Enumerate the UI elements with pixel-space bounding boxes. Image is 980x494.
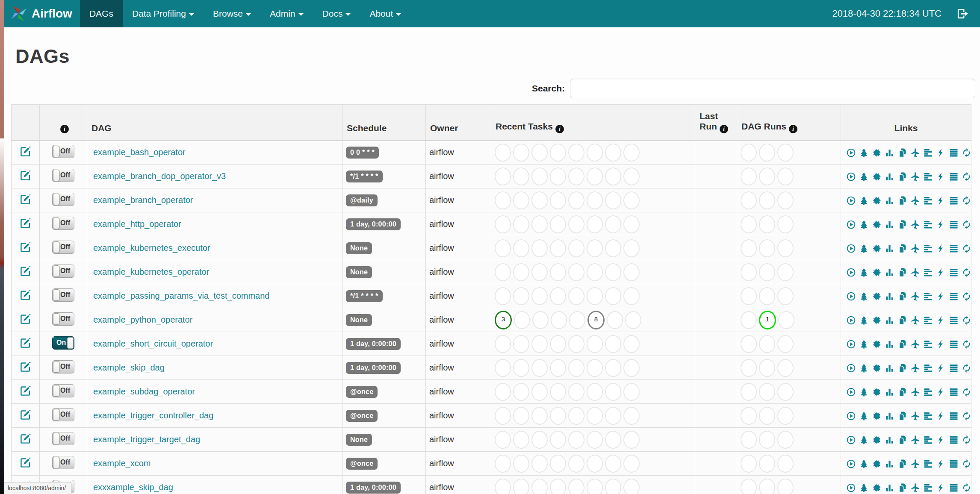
graph-view-icon[interactable] xyxy=(872,172,882,182)
recent-task-circle[interactable] xyxy=(513,168,529,185)
recent-task-circle[interactable] xyxy=(531,287,548,305)
recent-task-circle[interactable] xyxy=(495,359,511,377)
task-tries-icon[interactable] xyxy=(897,315,907,325)
recent-task-circle[interactable] xyxy=(623,431,640,449)
sign-out-icon[interactable] xyxy=(956,7,969,20)
recent-task-circle[interactable] xyxy=(550,407,566,425)
recent-task-circle[interactable] xyxy=(550,335,566,353)
recent-task-circle[interactable] xyxy=(513,335,529,353)
recent-task-circle[interactable] xyxy=(495,287,511,305)
landing-times-icon[interactable] xyxy=(910,244,920,253)
recent-task-circle[interactable] xyxy=(605,191,621,209)
logs-icon[interactable] xyxy=(949,172,959,182)
recent-task-circle[interactable] xyxy=(514,311,530,329)
gantt-icon[interactable] xyxy=(923,148,933,158)
tree-view-icon[interactable] xyxy=(859,172,869,182)
task-tries-icon[interactable] xyxy=(897,459,907,469)
code-view-icon[interactable] xyxy=(936,196,946,206)
nav-item-admin[interactable]: Admin xyxy=(260,0,313,27)
dag-run-circle[interactable] xyxy=(759,263,775,281)
recent-task-circle[interactable] xyxy=(550,383,566,401)
recent-task-circle[interactable] xyxy=(568,383,584,401)
recent-task-circle[interactable] xyxy=(605,431,621,449)
dag-pause-toggle[interactable]: Off xyxy=(52,408,74,421)
recent-task-circle[interactable] xyxy=(587,431,603,449)
graph-view-icon[interactable] xyxy=(872,483,882,493)
edit-dag-icon[interactable] xyxy=(20,313,31,325)
landing-times-icon[interactable] xyxy=(910,387,920,397)
code-view-icon[interactable] xyxy=(936,291,946,301)
recent-task-circle[interactable] xyxy=(587,144,603,162)
recent-task-circle[interactable] xyxy=(495,215,511,233)
dag-name-link[interactable]: example_trigger_controller_dag xyxy=(91,411,213,420)
recent-task-circle[interactable] xyxy=(531,335,548,353)
recent-task-circle[interactable] xyxy=(568,455,584,473)
logs-icon[interactable] xyxy=(949,483,959,493)
refresh-icon[interactable] xyxy=(962,148,971,158)
gantt-icon[interactable] xyxy=(923,268,933,277)
task-tries-icon[interactable] xyxy=(897,363,907,373)
code-view-icon[interactable] xyxy=(936,244,946,253)
dag-run-circle-running[interactable]: 1 xyxy=(759,311,776,329)
task-tries-icon[interactable] xyxy=(897,483,907,493)
dag-run-circle[interactable] xyxy=(777,431,794,449)
recent-task-circle[interactable] xyxy=(623,144,640,162)
dag-run-circle[interactable] xyxy=(759,215,775,233)
recent-task-circle[interactable] xyxy=(513,479,529,494)
recent-task-circle-success[interactable]: 3 xyxy=(495,311,512,329)
gantt-icon[interactable] xyxy=(923,220,933,229)
gantt-icon[interactable] xyxy=(923,291,933,301)
logs-icon[interactable] xyxy=(949,435,959,445)
recent-task-circle[interactable] xyxy=(605,407,621,425)
edit-dag-icon[interactable] xyxy=(20,170,31,181)
task-tries-icon[interactable] xyxy=(897,339,907,349)
recent-task-circle[interactable] xyxy=(568,431,584,449)
code-view-icon[interactable] xyxy=(936,268,946,277)
recent-task-circle[interactable] xyxy=(568,359,584,377)
dag-run-circle[interactable] xyxy=(741,287,757,305)
task-tries-icon[interactable] xyxy=(897,148,907,158)
dag-run-circle[interactable] xyxy=(741,383,757,401)
recent-task-circle[interactable] xyxy=(495,191,511,209)
graph-view-icon[interactable] xyxy=(872,148,882,158)
gantt-icon[interactable] xyxy=(923,411,933,421)
dag-name-link[interactable]: example_kubernetes_operator xyxy=(91,267,209,277)
landing-times-icon[interactable] xyxy=(910,435,920,445)
task-duration-icon[interactable] xyxy=(885,291,894,301)
graph-view-icon[interactable] xyxy=(872,435,882,445)
dag-run-circle[interactable] xyxy=(759,359,775,377)
refresh-icon[interactable] xyxy=(962,411,971,421)
gantt-icon[interactable] xyxy=(923,363,933,373)
recent-task-circle[interactable] xyxy=(550,455,566,473)
dag-pause-toggle[interactable]: Off xyxy=(52,288,74,302)
landing-times-icon[interactable] xyxy=(910,148,920,158)
task-duration-icon[interactable] xyxy=(885,268,894,277)
trigger-dag-icon[interactable] xyxy=(846,148,856,158)
edit-dag-icon[interactable] xyxy=(20,241,31,253)
gantt-icon[interactable] xyxy=(923,172,933,182)
recent-task-circle[interactable] xyxy=(550,239,566,257)
dag-pause-toggle[interactable]: Off xyxy=(52,241,74,254)
landing-times-icon[interactable] xyxy=(910,363,920,373)
recent-task-circle[interactable] xyxy=(587,191,603,209)
recent-task-circle[interactable] xyxy=(513,191,529,209)
trigger-dag-icon[interactable] xyxy=(846,291,856,301)
recent-task-circle[interactable] xyxy=(605,239,621,257)
dag-run-circle[interactable] xyxy=(741,263,757,281)
graph-view-icon[interactable] xyxy=(872,387,882,397)
dag-run-circle[interactable] xyxy=(741,191,757,209)
dag-pause-toggle[interactable]: Off xyxy=(52,384,74,397)
trigger-dag-icon[interactable] xyxy=(846,435,856,445)
dag-run-circle[interactable] xyxy=(759,191,775,209)
dag-run-circle[interactable] xyxy=(759,168,775,185)
airflow-brand[interactable]: Airflow xyxy=(4,0,80,27)
dag-run-circle[interactable] xyxy=(759,287,775,305)
recent-task-circle[interactable] xyxy=(550,263,566,281)
recent-task-circle[interactable] xyxy=(587,479,603,494)
recent-task-circle[interactable] xyxy=(531,431,548,449)
task-duration-icon[interactable] xyxy=(885,148,894,158)
recent-task-circle[interactable] xyxy=(605,215,621,233)
nav-item-data-profiling[interactable]: Data Profiling xyxy=(123,0,204,27)
dag-run-circle[interactable] xyxy=(741,311,757,329)
dag-run-circle[interactable] xyxy=(777,455,794,473)
